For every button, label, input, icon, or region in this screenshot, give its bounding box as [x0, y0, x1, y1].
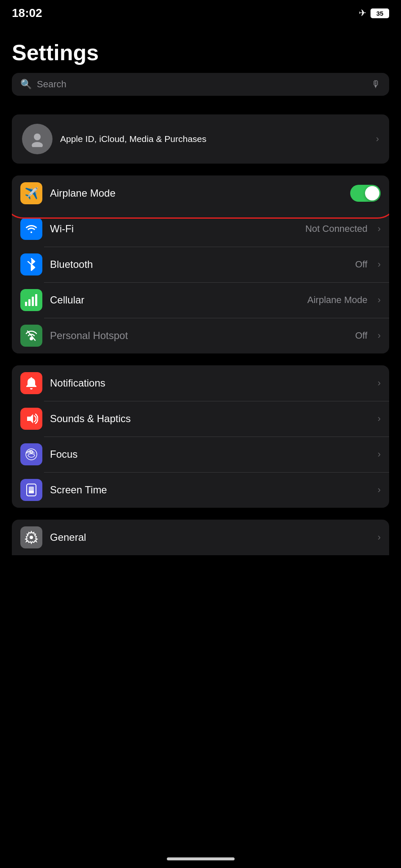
general-row[interactable]: General › — [12, 520, 389, 555]
sounds-label: Sounds & Haptics — [50, 413, 370, 425]
focus-chevron-icon: › — [378, 449, 381, 460]
hotspot-chevron-icon: › — [378, 330, 381, 341]
general-chevron-icon: › — [378, 532, 381, 543]
status-icons: ✈ 35 — [359, 8, 389, 19]
home-indicator-bar — [0, 852, 401, 868]
hotspot-icon — [20, 325, 42, 347]
focus-row[interactable]: Focus › — [12, 437, 389, 472]
airplane-mode-icon: ✈️ — [20, 182, 42, 204]
svg-point-12 — [30, 536, 33, 539]
notifications-row[interactable]: Notifications › — [12, 365, 389, 401]
status-time: 18:02 — [12, 6, 42, 20]
cellular-chevron-icon: › — [378, 295, 381, 306]
battery-indicator: 35 — [371, 8, 389, 18]
airplane-mode-toggle[interactable] — [350, 185, 381, 202]
page-title: Settings — [12, 40, 389, 65]
bluetooth-chevron-icon: › — [378, 259, 381, 270]
microphone-icon[interactable]: 🎙 — [371, 79, 381, 90]
sounds-icon — [20, 408, 42, 430]
search-bar[interactable]: 🔍 Search 🎙 — [12, 73, 389, 96]
svg-rect-3 — [28, 299, 30, 306]
battery-level: 35 — [371, 8, 389, 18]
cellular-row[interactable]: Cellular Airplane Mode › — [12, 282, 389, 318]
svg-point-1 — [32, 142, 43, 147]
screen-time-label: Screen Time — [50, 484, 370, 496]
toggle-knob — [365, 186, 379, 200]
cellular-value: Airplane Mode — [307, 295, 368, 306]
connectivity-group: ✈️ Airplane Mode Wi-Fi Not Connected › — [12, 175, 389, 353]
svg-point-0 — [34, 134, 41, 140]
bluetooth-icon — [20, 253, 42, 275]
sounds-chevron-icon: › — [378, 413, 381, 424]
screen-time-row[interactable]: Screen Time › — [12, 472, 389, 508]
wifi-chevron-icon: › — [378, 223, 381, 234]
airplane-mode-label: Airplane Mode — [50, 187, 343, 199]
system-settings-group: Notifications › Sounds & Haptics › Focus… — [12, 365, 389, 508]
avatar — [22, 124, 53, 154]
svg-rect-5 — [35, 294, 37, 306]
hotspot-label: Personal Hotspot — [50, 330, 348, 342]
profile-subtitle: Apple ID, iCloud, Media & Purchases — [60, 134, 368, 144]
status-bar: 18:02 ✈ 35 — [0, 0, 401, 23]
airplane-mode-row-wrapper: ✈️ Airplane Mode — [12, 175, 389, 211]
sounds-row[interactable]: Sounds & Haptics › — [12, 401, 389, 437]
svg-rect-2 — [25, 302, 27, 306]
focus-icon — [20, 443, 42, 465]
search-input[interactable]: Search — [37, 79, 366, 90]
bluetooth-label: Bluetooth — [50, 259, 348, 270]
notifications-label: Notifications — [50, 377, 370, 389]
hotspot-row[interactable]: Personal Hotspot Off › — [12, 318, 389, 353]
general-label: General — [50, 531, 370, 543]
screen-time-chevron-icon: › — [378, 484, 381, 495]
airplane-mode-row[interactable]: ✈️ Airplane Mode — [12, 175, 389, 211]
svg-marker-8 — [27, 414, 33, 423]
focus-label: Focus — [50, 448, 370, 460]
profile-card[interactable]: Apple ID, iCloud, Media & Purchases › — [12, 114, 389, 164]
header: Settings 🔍 Search 🎙 — [0, 23, 401, 114]
screen-time-icon — [20, 479, 42, 501]
wifi-value: Not Connected — [305, 223, 368, 234]
profile-info: Apple ID, iCloud, Media & Purchases — [60, 134, 368, 144]
airplane-mode-status-icon: ✈ — [359, 8, 366, 19]
profile-chevron-icon: › — [376, 134, 379, 145]
search-icon: 🔍 — [20, 79, 32, 90]
svg-rect-4 — [32, 297, 34, 306]
cellular-label: Cellular — [50, 294, 300, 306]
wifi-row[interactable]: Wi-Fi Not Connected › — [12, 211, 389, 247]
bluetooth-value: Off — [355, 259, 368, 270]
cellular-icon — [20, 289, 42, 311]
general-icon — [20, 526, 42, 548]
general-partial-group: General › — [12, 520, 389, 555]
notifications-chevron-icon: › — [378, 378, 381, 389]
wifi-label: Wi-Fi — [50, 223, 298, 235]
bluetooth-row[interactable]: Bluetooth Off › — [12, 247, 389, 282]
wifi-icon — [20, 218, 42, 240]
hotspot-value: Off — [355, 330, 368, 341]
notifications-icon — [20, 372, 42, 394]
home-indicator — [167, 857, 235, 860]
svg-rect-11 — [29, 491, 34, 493]
